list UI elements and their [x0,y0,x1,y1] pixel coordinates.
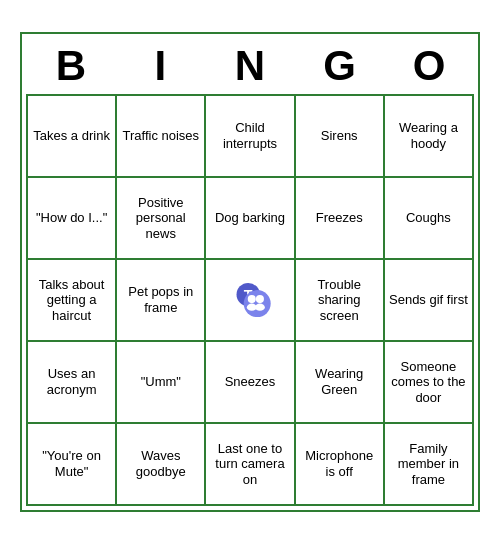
bingo-card: BINGO Takes a drinkTraffic noisesChild i… [20,32,480,512]
cell-text: Wearing Green [300,366,379,397]
bingo-cell-r4c1[interactable]: Waves goodbye [117,424,206,506]
bingo-header: BINGO [26,38,474,94]
bingo-cell-r4c2[interactable]: Last one to turn camera on [206,424,295,506]
bingo-cell-r1c2[interactable]: Dog barking [206,178,295,260]
bingo-cell-r0c0[interactable]: Takes a drink [28,96,117,178]
bingo-cell-r0c4[interactable]: Wearing a hoody [385,96,474,178]
cell-text: Sirens [321,128,358,144]
cell-text: "You're on Mute" [32,448,111,479]
bingo-grid: Takes a drinkTraffic noisesChild interru… [26,94,474,506]
cell-text: Dog barking [215,210,285,226]
cell-text: Traffic noises [122,128,199,144]
bingo-cell-r1c0[interactable]: "How do I..." [28,178,117,260]
cell-text: Wearing a hoody [389,120,468,151]
bingo-cell-r3c1[interactable]: "Umm" [117,342,206,424]
svg-point-5 [256,295,264,303]
svg-point-6 [255,304,265,311]
header-letter: O [384,38,474,94]
bingo-cell-r1c3[interactable]: Freezes [296,178,385,260]
bingo-cell-r3c4[interactable]: Someone comes to the door [385,342,474,424]
cell-text: Talks about getting a haircut [32,277,111,324]
header-letter: G [295,38,385,94]
bingo-cell-r2c3[interactable]: Trouble sharing screen [296,260,385,342]
cell-text: Waves goodbye [121,448,200,479]
bingo-cell-r4c3[interactable]: Microphone is off [296,424,385,506]
cell-text: Last one to turn camera on [210,441,289,488]
cell-text: Someone comes to the door [389,359,468,406]
cell-text: Trouble sharing screen [300,277,379,324]
bingo-cell-r2c1[interactable]: Pet pops in frame [117,260,206,342]
bingo-cell-r2c2[interactable]: T [206,260,295,342]
svg-point-2 [244,290,271,317]
cell-text: Pet pops in frame [121,284,200,315]
bingo-cell-r3c2[interactable]: Sneezes [206,342,295,424]
bingo-cell-r4c4[interactable]: Family member in frame [385,424,474,506]
teams-icon: T [223,273,277,327]
svg-point-3 [248,295,256,303]
cell-text: Microphone is off [300,448,379,479]
bingo-cell-r0c1[interactable]: Traffic noises [117,96,206,178]
cell-text: Takes a drink [33,128,110,144]
cell-text: "How do I..." [36,210,107,226]
cell-text: "Umm" [141,374,181,390]
header-letter: B [26,38,116,94]
cell-text: Coughs [406,210,451,226]
cell-text: Freezes [316,210,363,226]
cell-text: Positive personal news [121,195,200,242]
cell-text: Sends gif first [389,292,468,308]
bingo-cell-r3c0[interactable]: Uses an acronym [28,342,117,424]
bingo-cell-r4c0[interactable]: "You're on Mute" [28,424,117,506]
bingo-cell-r1c4[interactable]: Coughs [385,178,474,260]
bingo-cell-r1c1[interactable]: Positive personal news [117,178,206,260]
bingo-cell-r2c0[interactable]: Talks about getting a haircut [28,260,117,342]
cell-text: Child interrupts [210,120,289,151]
bingo-cell-r0c2[interactable]: Child interrupts [206,96,295,178]
bingo-cell-r2c4[interactable]: Sends gif first [385,260,474,342]
header-letter: I [116,38,206,94]
bingo-cell-r0c3[interactable]: Sirens [296,96,385,178]
bingo-cell-r3c3[interactable]: Wearing Green [296,342,385,424]
cell-text: Sneezes [225,374,276,390]
header-letter: N [205,38,295,94]
cell-text: Family member in frame [389,441,468,488]
cell-text: Uses an acronym [32,366,111,397]
